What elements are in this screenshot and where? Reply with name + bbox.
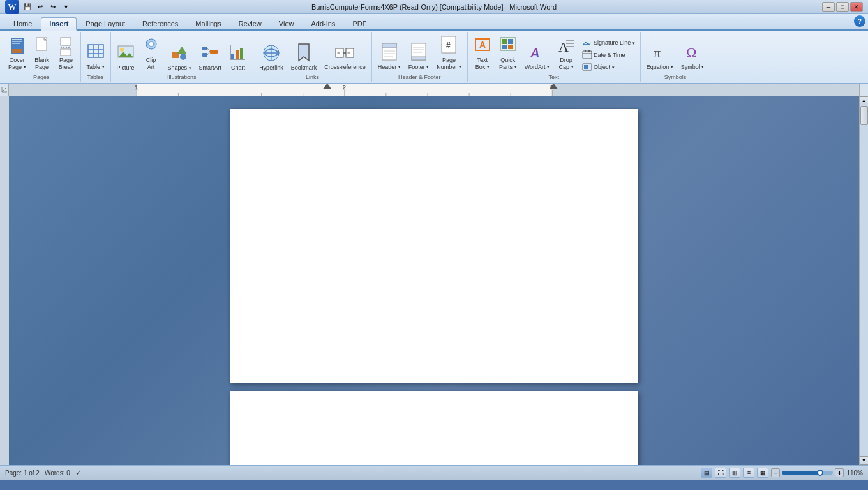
svg-text:π: π — [654, 45, 661, 61]
svg-text:2: 2 — [343, 84, 346, 91]
redo-button[interactable]: ↪ — [47, 1, 59, 13]
blank-page-button[interactable]: BlankPage — [31, 34, 54, 73]
clip-art-icon — [142, 35, 160, 57]
page-number-button[interactable]: # PageNumber ▾ — [433, 33, 465, 73]
svg-rect-3 — [12, 43, 20, 44]
links-group-label: Links — [306, 74, 319, 80]
tab-mailings[interactable]: Mailings — [187, 17, 229, 29]
equation-button[interactable]: π Equation ▾ — [643, 40, 677, 73]
links-items: Hyperlink Bookmark ≡ ≡ — [256, 33, 369, 73]
view-web-button[interactable]: ▥ — [729, 468, 740, 478]
tab-pdf[interactable]: PDF — [344, 17, 375, 29]
svg-rect-29 — [231, 54, 234, 59]
ribbon-group-pages: CoverPage ▾ BlankPage — [3, 32, 81, 82]
status-right: ▤ ⛶ ▥ ≡ ▦ − + 110% — [701, 468, 863, 478]
table-button[interactable]: Table ▾ — [84, 40, 108, 73]
hyperlink-button[interactable]: Hyperlink — [256, 41, 287, 73]
symbols-group-label: Symbols — [664, 74, 687, 80]
chart-button[interactable]: Chart — [226, 41, 250, 73]
page-number-icon: # — [440, 35, 457, 57]
restore-button[interactable]: □ — [836, 2, 849, 12]
tab-insert[interactable]: Insert — [41, 17, 77, 31]
illustrations-items: Picture ClipArt — [114, 33, 251, 73]
smartart-button[interactable]: SmartArt — [196, 41, 225, 73]
svg-marker-22 — [177, 47, 187, 54]
scroll-up-button[interactable]: ▲ — [860, 96, 869, 105]
tab-references[interactable]: References — [134, 17, 186, 29]
minimize-button[interactable]: ─ — [822, 2, 835, 12]
cross-reference-icon: ≡ ≡ — [334, 42, 355, 64]
ribbon: CoverPage ▾ BlankPage — [0, 31, 868, 84]
svg-rect-31 — [240, 48, 243, 59]
svg-marker-37 — [299, 44, 309, 61]
title-bar: W 💾 ↩ ↪ ▾ BurrisComputerForms4X6P (Read-… — [0, 0, 868, 14]
zoom-plus-button[interactable]: + — [835, 468, 844, 477]
tab-view[interactable]: View — [271, 17, 303, 29]
picture-button[interactable]: Picture — [114, 41, 138, 73]
cross-reference-button[interactable]: ≡ ≡ Cross-reference — [321, 40, 369, 73]
zoom-minus-button[interactable]: − — [771, 468, 780, 477]
footer-button[interactable]: Footer ▾ — [405, 40, 433, 73]
zoom-slider-thumb[interactable] — [817, 470, 823, 476]
word-count: Words: 0 — [45, 470, 70, 477]
svg-rect-68 — [583, 51, 592, 59]
bookmark-button[interactable]: Bookmark — [288, 41, 320, 73]
save-button[interactable]: 💾 — [22, 1, 33, 13]
bookmark-icon — [295, 43, 313, 64]
signature-line-button[interactable]: Signature Line ▾ — [580, 37, 638, 48]
date-time-icon — [582, 50, 592, 59]
proofing-status[interactable]: ✓ — [75, 468, 82, 477]
view-outline-button[interactable]: ≡ — [743, 468, 754, 478]
smartart-icon — [201, 43, 219, 64]
text-items: A TextBox ▾ QuickParts ▾ — [470, 33, 638, 73]
symbol-icon: Ω — [683, 42, 702, 64]
object-icon — [582, 63, 592, 71]
footer-label: Footer ▾ — [408, 64, 430, 71]
scroll-down-button[interactable]: ▼ — [860, 456, 869, 465]
view-print-button[interactable]: ▤ — [701, 468, 712, 478]
ruler-horizontal: 1 2 3 — [9, 84, 859, 96]
ribbon-group-links: Hyperlink Bookmark ≡ ≡ — [253, 32, 372, 82]
equation-label: Equation ▾ — [647, 64, 673, 71]
vertical-scrollbar[interactable]: ▲ ▼ — [859, 96, 868, 465]
pages-group-label: Pages — [33, 74, 50, 80]
svg-rect-26 — [210, 50, 218, 54]
ribbon-group-header-footer: Header ▾ Footer ▾ — [372, 32, 468, 82]
clip-art-button[interactable]: ClipArt — [139, 33, 163, 73]
header-button[interactable]: Header ▾ — [375, 40, 404, 73]
drop-cap-button[interactable]: A DropCap ▾ — [554, 33, 578, 73]
shapes-icon — [170, 43, 188, 64]
tab-review[interactable]: Review — [230, 17, 270, 29]
help-button[interactable]: ? — [854, 15, 865, 27]
date-time-button[interactable]: Date & Time — [580, 49, 638, 61]
hyperlink-icon — [261, 43, 281, 64]
view-draft-button[interactable]: ▦ — [757, 468, 768, 478]
svg-point-17 — [120, 48, 124, 52]
tab-home[interactable]: Home — [5, 17, 40, 29]
scrollbar-thumb[interactable] — [860, 106, 868, 125]
object-button[interactable]: Object ▾ — [580, 61, 638, 73]
svg-rect-25 — [202, 53, 207, 57]
quick-parts-button[interactable]: QuickParts ▾ — [496, 33, 520, 73]
wordart-button[interactable]: A WordArt ▾ — [521, 40, 553, 73]
symbol-button[interactable]: Ω Symbol ▾ — [678, 40, 708, 73]
svg-rect-70 — [585, 50, 586, 52]
ruler-area: 1 2 3 — [0, 84, 868, 96]
shapes-button[interactable]: Shapes ▾ — [165, 41, 195, 73]
drop-cap-label: DropCap ▾ — [559, 57, 574, 71]
customize-button[interactable]: ▾ — [60, 1, 71, 13]
tab-page-layout[interactable]: Page Layout — [77, 17, 133, 29]
cover-page-button[interactable]: CoverPage ▾ — [5, 34, 29, 73]
header-footer-group-label: Header & Footer — [398, 74, 441, 80]
close-button[interactable]: ✕ — [850, 2, 863, 12]
zoom-slider-track[interactable] — [782, 471, 833, 475]
tab-add-ins[interactable]: Add-Ins — [303, 17, 343, 29]
svg-text:Ω: Ω — [686, 45, 696, 61]
page-break-button[interactable]: PageBreak — [55, 34, 78, 73]
document-area[interactable] — [9, 96, 859, 465]
text-box-button[interactable]: A TextBox ▾ — [470, 33, 495, 73]
zoom-control[interactable]: − + — [771, 468, 844, 477]
svg-text:A: A — [530, 46, 539, 60]
undo-button[interactable]: ↩ — [34, 1, 46, 13]
view-fullscreen-button[interactable]: ⛶ — [715, 468, 726, 478]
